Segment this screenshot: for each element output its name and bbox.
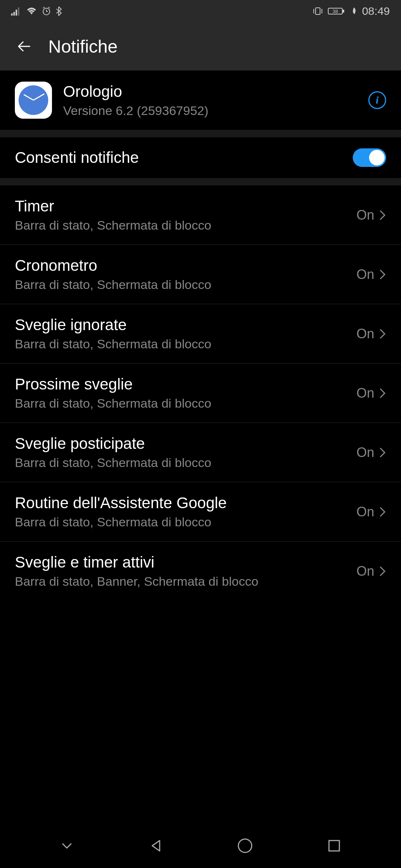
chevron-right-icon [379,328,386,340]
category-value: On [356,385,374,401]
category-subtitle: Barra di stato, Schermata di blocco [15,456,349,470]
chevron-right-icon [379,506,386,518]
category-title: Cronometro [15,257,349,274]
category-value: On [356,504,374,520]
category-routine-assistente[interactable]: Routine dell'Assistente Google Barra di … [0,482,401,542]
category-prossime-sveglie[interactable]: Prossime sveglie Barra di stato, Scherma… [0,364,401,423]
chevron-right-icon [379,565,386,577]
bluetooth-icon [56,6,62,16]
arrow-left-icon [16,38,33,55]
category-subtitle: Barra di stato, Banner, Schermata di blo… [15,574,349,589]
nav-recent[interactable] [323,835,345,857]
status-left [11,6,62,16]
page-title: Notifiche [48,36,118,57]
section-divider [0,178,401,185]
category-title: Sveglie posticipate [15,435,349,453]
notification-categories-list: Timer Barra di stato, Schermata di blocc… [0,185,401,601]
chevron-right-icon [379,387,386,399]
category-title: Timer [15,197,349,215]
leaf-icon [350,7,358,16]
status-right: 38 08:49 [312,5,390,17]
app-info-row: Orologio Versione 6.2 (259367952) i [0,70,401,130]
svg-rect-13 [343,10,344,13]
category-value: On [356,563,374,579]
category-cronometro[interactable]: Cronometro Barra di stato, Schermata di … [0,245,401,304]
svg-rect-16 [329,841,339,851]
category-subtitle: Barra di stato, Schermata di blocco [15,515,349,529]
status-bar: 38 08:49 [0,0,401,22]
header: Notifiche [0,22,401,70]
svg-point-15 [238,839,252,852]
svg-text:38: 38 [333,9,338,14]
svg-rect-0 [11,13,13,16]
category-value: On [356,326,374,342]
chevron-right-icon [379,209,386,221]
category-value: On [356,207,374,223]
allow-notifications-toggle[interactable] [353,148,386,167]
triangle-back-icon [149,838,163,853]
category-sveglie-timer-attivi[interactable]: Sveglie e timer attivi Barra di stato, B… [0,542,401,601]
chevron-right-icon [379,269,386,280]
category-title: Sveglie ignorate [15,316,349,334]
category-subtitle: Barra di stato, Schermata di blocco [15,277,349,292]
svg-rect-3 [18,7,19,16]
category-title: Sveglie e timer attivi [15,553,349,571]
square-recent-icon [327,838,342,853]
svg-rect-9 [316,8,320,14]
svg-line-7 [43,7,45,8]
navigation-bar [0,823,401,868]
info-icon[interactable]: i [368,91,386,109]
chevron-down-icon [59,838,74,853]
category-subtitle: Barra di stato, Schermata di blocco [15,337,349,351]
category-timer[interactable]: Timer Barra di stato, Schermata di blocc… [0,185,401,245]
app-version: Versione 6.2 (259367952) [63,103,357,118]
signal-icon [11,7,22,16]
category-value: On [356,267,374,282]
section-divider [0,130,401,137]
vibrate-icon [312,7,323,16]
category-value: On [356,445,374,460]
category-sveglie-posticipate[interactable]: Sveglie posticipate Barra di stato, Sche… [0,423,401,482]
category-subtitle: Barra di stato, Schermata di blocco [15,218,349,233]
svg-line-8 [48,7,50,8]
svg-rect-1 [13,12,15,16]
nav-hide-keyboard[interactable] [56,835,78,857]
alarm-icon [42,6,51,16]
app-icon [15,82,52,119]
category-subtitle: Barra di stato, Schermata di blocco [15,396,349,411]
nav-home[interactable] [234,835,256,857]
nav-back[interactable] [145,835,167,857]
allow-notifications-row[interactable]: Consenti notifiche [0,137,401,178]
chevron-right-icon [379,447,386,458]
svg-rect-2 [16,10,17,16]
app-name: Orologio [63,83,357,101]
allow-notifications-label: Consenti notifiche [15,149,139,167]
category-sveglie-ignorate[interactable]: Sveglie ignorate Barra di stato, Scherma… [0,304,401,364]
category-title: Prossime sveglie [15,375,349,393]
status-time: 08:49 [362,5,390,17]
wifi-icon [26,7,37,16]
back-button[interactable] [15,37,33,56]
app-text: Orologio Versione 6.2 (259367952) [63,83,357,118]
circle-home-icon [237,838,253,854]
battery-icon: 38 [328,7,346,16]
category-title: Routine dell'Assistente Google [15,494,349,512]
clock-icon [19,85,48,115]
